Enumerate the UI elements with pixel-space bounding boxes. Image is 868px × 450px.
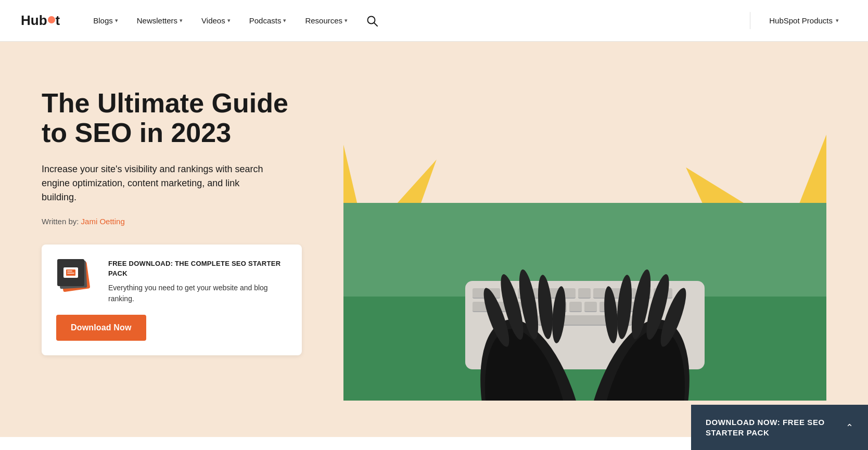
- cta-label: FREE DOWNLOAD: THE COMPLETE SEO STARTER …: [108, 259, 287, 278]
- sticky-download-bar[interactable]: DOWNLOAD NOW: FREE SEO STARTER PACK ⌃: [691, 405, 868, 450]
- hero-author: Written by: Jami Oetting: [42, 217, 312, 226]
- hero-title: The Ultimate Guide to SEO in 2023: [42, 88, 312, 148]
- logo-text-before: Hub: [21, 12, 47, 29]
- book-stack: [56, 259, 98, 295]
- svg-rect-4: [67, 271, 72, 272]
- chevron-down-icon: ▾: [344, 17, 348, 24]
- nav-item-newsletters[interactable]: Newsletters ▾: [130, 12, 190, 29]
- nav-item-resources[interactable]: Resources ▾: [298, 12, 355, 29]
- author-link[interactable]: Jami Oetting: [81, 217, 125, 226]
- svg-point-21: [615, 274, 634, 340]
- hubspot-logo[interactable]: Hubt: [21, 12, 60, 29]
- hero-right: [343, 73, 826, 401]
- cta-sublabel: Everything you need to get your website …: [108, 282, 287, 304]
- cta-inner: FREE DOWNLOAD: THE COMPLETE SEO STARTER …: [56, 259, 287, 304]
- chevron-down-icon: ▾: [283, 17, 286, 24]
- nav-item-hubspot-products[interactable]: HubSpot Products ▾: [761, 12, 847, 29]
- cta-text: FREE DOWNLOAD: THE COMPLETE SEO STARTER …: [108, 259, 287, 304]
- chevron-down-icon: ▾: [227, 17, 231, 24]
- svg-rect-3: [67, 273, 74, 274]
- search-icon: [366, 15, 378, 27]
- hero-image: [343, 73, 826, 401]
- hands-illustration: [455, 255, 715, 401]
- navbar: Hubt Blogs ▾ Newsletters ▾ Videos ▾ Podc…: [0, 0, 868, 42]
- sticky-bar-text: DOWNLOAD NOW: FREE SEO STARTER PACK: [706, 417, 837, 438]
- svg-point-17: [550, 286, 567, 344]
- book-screen: [63, 267, 78, 278]
- nav-item-videos[interactable]: Videos ▾: [194, 12, 238, 29]
- nav-item-blogs[interactable]: Blogs ▾: [86, 12, 125, 29]
- download-now-button[interactable]: Download Now: [56, 315, 146, 341]
- hero-left: The Ultimate Guide to SEO in 2023 Increa…: [42, 73, 312, 387]
- svg-point-22: [602, 286, 619, 344]
- logo-spot: [48, 16, 55, 23]
- search-button[interactable]: [359, 11, 385, 31]
- nav-items: Blogs ▾ Newsletters ▾ Videos ▾ Podcasts …: [86, 11, 739, 31]
- logo-text-after: t: [56, 12, 60, 29]
- chevron-down-icon: ▾: [180, 17, 183, 24]
- chevron-down-icon: ▾: [115, 17, 118, 24]
- svg-point-16: [536, 274, 555, 340]
- cta-card: FREE DOWNLOAD: THE COMPLETE SEO STARTER …: [42, 245, 302, 355]
- nav-item-podcasts[interactable]: Podcasts ▾: [242, 12, 294, 29]
- book-front: [57, 259, 84, 286]
- svg-line-1: [374, 23, 377, 26]
- nav-right: HubSpot Products ▾: [750, 12, 847, 29]
- cta-icon: [56, 259, 98, 295]
- keyboard-area: [343, 203, 826, 401]
- hero-description: Increase your site's visibility and rank…: [42, 162, 271, 204]
- chevron-down-icon: ▾: [836, 17, 839, 24]
- chevron-up-icon[interactable]: ⌃: [846, 422, 853, 433]
- hero-section: The Ultimate Guide to SEO in 2023 Increa…: [0, 42, 868, 437]
